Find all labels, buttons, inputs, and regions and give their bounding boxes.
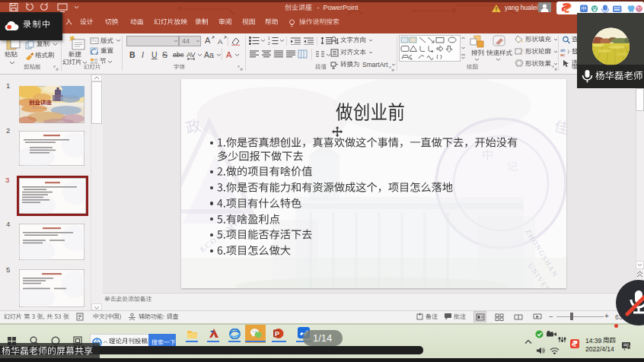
svg-text:P: P (275, 330, 279, 338)
svg-text:1: 1 (268, 37, 270, 40)
svg-text:2: 2 (268, 42, 270, 45)
svg-text:ac: ac (560, 52, 565, 56)
